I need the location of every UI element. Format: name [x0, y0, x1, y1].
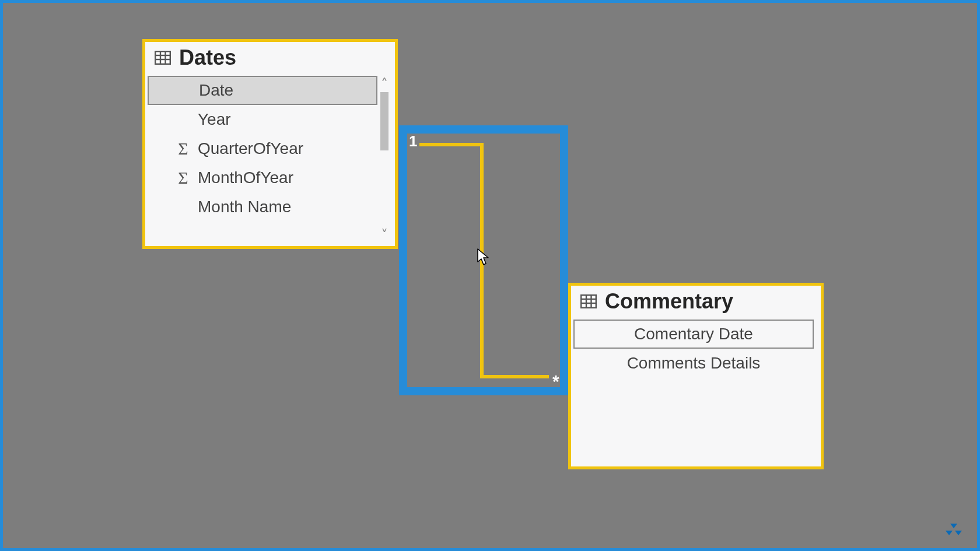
brand-logo-icon: [940, 521, 964, 538]
svg-marker-12: [955, 531, 962, 535]
field-monthofyear[interactable]: Σ MonthOfYear: [148, 163, 377, 192]
field-commentary-date[interactable]: Comentary Date: [573, 320, 814, 349]
table-dates-header: Dates: [145, 42, 395, 76]
cursor-icon: [477, 248, 490, 266]
model-canvas[interactable]: Dates Date Year Σ QuarterOfYear Σ MonthO…: [3, 3, 977, 548]
svg-marker-11: [946, 531, 953, 535]
scroll-up-icon[interactable]: ˄: [381, 77, 388, 91]
field-quarterofyear[interactable]: Σ QuarterOfYear: [148, 134, 377, 163]
table-icon: [155, 51, 171, 65]
svg-rect-0: [155, 51, 170, 64]
table-dates-title: Dates: [179, 45, 236, 70]
dates-scrollbar[interactable]: ˄ ˅: [377, 76, 391, 243]
cardinality-one: 1: [409, 132, 417, 150]
svg-rect-5: [581, 295, 596, 308]
field-year[interactable]: Year: [148, 105, 377, 134]
scroll-down-icon[interactable]: ˅: [381, 228, 388, 242]
table-dates[interactable]: Dates Date Year Σ QuarterOfYear Σ MonthO…: [142, 39, 398, 249]
table-commentary[interactable]: Commentary Comentary Date Comments Detai…: [568, 283, 824, 469]
svg-marker-10: [950, 524, 957, 528]
table-commentary-header: Commentary: [571, 286, 821, 320]
field-date[interactable]: Date: [148, 76, 377, 105]
table-commentary-title: Commentary: [605, 289, 733, 314]
table-icon: [580, 294, 597, 308]
field-monthname[interactable]: Month Name: [148, 192, 377, 222]
field-comments-details[interactable]: Comments Details: [573, 349, 814, 378]
sigma-icon: Σ: [174, 169, 192, 187]
cardinality-many: *: [552, 371, 559, 391]
sigma-icon: Σ: [174, 140, 192, 157]
